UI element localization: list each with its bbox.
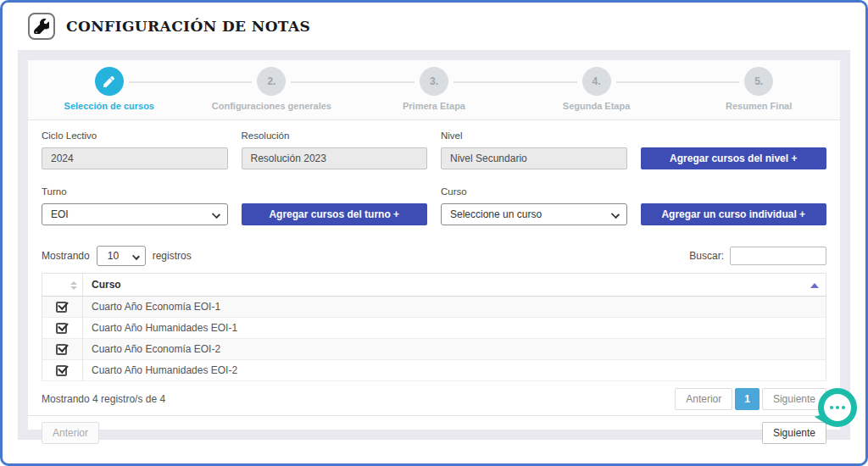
nivel-field: Nivel Secundario xyxy=(441,147,627,169)
add-curso-group: Agregar un curso individual + xyxy=(641,186,827,225)
pagination: Anterior 1 Siguiente xyxy=(675,388,826,410)
step-1-circle xyxy=(95,67,124,96)
pagination-next-button[interactable]: Siguiente xyxy=(762,388,826,410)
sort-both-icon xyxy=(70,281,77,290)
step-resumen-final[interactable]: 5. Resumen Final xyxy=(677,67,840,111)
row-1-curso: Cuarto Año Economía EOI-1 xyxy=(83,297,826,318)
step-3-circle: 3. xyxy=(420,67,448,96)
search-input[interactable] xyxy=(730,247,826,265)
curso-column-header[interactable]: Curso xyxy=(83,274,826,297)
row-4-curso: Cuarto Año Humanidades EOI-2 xyxy=(83,360,826,381)
nivel-label: Nivel xyxy=(441,130,627,143)
resolucion-label: Resolución xyxy=(242,130,428,143)
length-suffix-label: registros xyxy=(153,250,192,262)
add-turno-group: Agregar cursos del turno + xyxy=(242,186,428,225)
content-panel: Selección de cursos 2. Configuraciones g… xyxy=(18,50,850,440)
courses-table: Curso Cuarto Año Economía EOI-1 Cuarto A… xyxy=(42,273,826,381)
course-selection-form: Ciclo Lectivo 2024 Resolución Resolución… xyxy=(28,120,840,225)
step-primera-etapa[interactable]: 3. Primera Etapa xyxy=(353,67,515,111)
step-4-circle: 4. xyxy=(582,67,611,96)
add-individual-course-button[interactable]: Agregar un curso individual + xyxy=(641,203,827,225)
step-3-label: Primera Etapa xyxy=(353,101,515,111)
pencil-icon xyxy=(103,76,114,87)
chevron-down-icon xyxy=(132,252,140,260)
wizard-nav-bar: Anterior Siguiente xyxy=(28,415,840,451)
wizard-stepper: Selección de cursos 2. Configuraciones g… xyxy=(28,60,840,120)
pagination-previous-button[interactable]: Anterior xyxy=(675,388,732,410)
step-2-circle: 2. xyxy=(257,67,286,96)
wizard-card: Selección de cursos 2. Configuraciones g… xyxy=(28,60,840,430)
resolucion-group: Resolución Resolución 2023 xyxy=(242,130,428,169)
chevron-down-icon xyxy=(610,210,619,219)
page-length-select[interactable]: 10 xyxy=(97,246,146,266)
table-row: Cuarto Año Economía EOI-1 xyxy=(42,297,826,318)
wizard-previous-button: Anterior xyxy=(42,422,99,444)
add-nivel-group: Agregar cursos del nivel + xyxy=(641,130,827,169)
curso-group: Curso Seleccione un curso xyxy=(441,186,627,225)
step-4-label: Segunda Etapa xyxy=(515,101,678,111)
resolucion-field: Resolución 2023 xyxy=(242,147,428,169)
table-row: Cuarto Año Humanidades EOI-1 xyxy=(42,318,826,339)
add-courses-by-level-button[interactable]: Agregar cursos del nivel + xyxy=(641,147,827,169)
sort-ascending-icon xyxy=(810,283,819,288)
row-3-checkbox[interactable] xyxy=(56,344,67,355)
ciclo-lectivo-group: Ciclo Lectivo 2024 xyxy=(42,130,228,169)
table-row: Cuarto Año Economía EOI-2 xyxy=(42,339,826,360)
step-configuraciones-generales[interactable]: 2. Configuraciones generales xyxy=(191,67,353,111)
search-label: Buscar: xyxy=(689,250,724,262)
step-5-circle: 5. xyxy=(744,67,773,96)
step-segunda-etapa[interactable]: 4. Segunda Etapa xyxy=(515,67,678,111)
turno-select[interactable]: EOI xyxy=(42,203,228,225)
page-title: CONFIGURACIÓN DE NOTAS xyxy=(66,18,310,35)
curso-label: Curso xyxy=(441,186,627,199)
wrench-icon xyxy=(28,13,55,40)
ciclo-lectivo-field: 2024 xyxy=(42,147,228,169)
page-header: CONFIGURACIÓN DE NOTAS xyxy=(3,3,865,50)
step-1-label: Selección de cursos xyxy=(28,101,191,111)
table-footer: Mostrando 4 registro/s de 4 Anterior 1 S… xyxy=(42,388,826,410)
turno-group: Turno EOI xyxy=(42,186,228,225)
curso-select[interactable]: Seleccione un curso xyxy=(441,203,627,225)
row-2-checkbox[interactable] xyxy=(56,323,67,334)
turno-label: Turno xyxy=(42,186,228,199)
chevron-down-icon xyxy=(211,210,220,219)
nivel-group: Nivel Nivel Secundario xyxy=(441,130,627,169)
row-3-curso: Cuarto Año Economía EOI-2 xyxy=(83,339,826,360)
table-header-row: Curso xyxy=(42,274,826,297)
ciclo-lectivo-label: Ciclo Lectivo xyxy=(42,130,228,143)
chat-bubble-icon[interactable] xyxy=(818,388,857,427)
step-2-label: Configuraciones generales xyxy=(191,101,353,111)
table-row: Cuarto Año Humanidades EOI-2 xyxy=(42,360,826,381)
length-prefix-label: Mostrando xyxy=(42,250,90,262)
table-info-text: Mostrando 4 registro/s de 4 xyxy=(42,393,165,405)
page-length-control: Mostrando 10 registros xyxy=(42,246,192,266)
row-4-checkbox[interactable] xyxy=(56,365,67,376)
pagination-page-1-button[interactable]: 1 xyxy=(735,388,760,410)
step-5-label: Resumen Final xyxy=(677,101,840,111)
search-control: Buscar: xyxy=(689,247,826,265)
step-seleccion-de-cursos[interactable]: Selección de cursos xyxy=(28,67,191,111)
table-controls: Mostrando 10 registros Buscar: xyxy=(42,246,826,266)
app-window: CONFIGURACIÓN DE NOTAS Selección de curs… xyxy=(0,0,868,466)
add-courses-by-shift-button[interactable]: Agregar cursos del turno + xyxy=(242,203,428,225)
chat-dots xyxy=(824,394,851,421)
row-1-checkbox[interactable] xyxy=(56,302,67,313)
row-2-curso: Cuarto Año Humanidades EOI-1 xyxy=(83,318,826,339)
checkbox-column-header[interactable] xyxy=(42,274,83,297)
